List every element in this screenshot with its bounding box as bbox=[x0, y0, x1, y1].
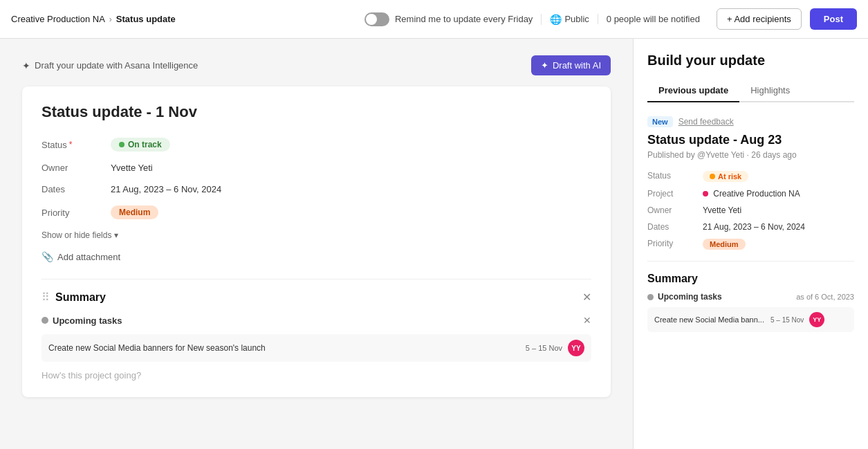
summary-section-title: Summary bbox=[55, 291, 577, 304]
prev-project-value: Creative Production NA bbox=[703, 189, 800, 199]
draft-ai-label: Draft with AI bbox=[553, 60, 601, 71]
add-attachment-button[interactable]: 📎 Add attachment bbox=[41, 251, 591, 262]
task-date: 5 – 15 Nov bbox=[526, 344, 562, 352]
prev-owner-row: Owner Yvette Yeti bbox=[647, 205, 854, 215]
right-upcoming-tasks-subsection: Upcoming tasks as of 6 Oct, 2023 bbox=[647, 292, 854, 302]
update-title-input[interactable] bbox=[41, 103, 591, 121]
right-task-text: Create new Social Media bann... bbox=[654, 315, 765, 324]
send-feedback-link[interactable]: Send feedback bbox=[678, 117, 734, 127]
right-panel-title: Build your update bbox=[647, 53, 854, 68]
orange-dot bbox=[710, 174, 715, 179]
ai-sparkle-icon: ✦ bbox=[22, 60, 30, 71]
tab-previous-update[interactable]: Previous update bbox=[647, 80, 739, 102]
new-badge: New bbox=[647, 116, 673, 127]
prev-status-row: Status At risk bbox=[647, 171, 854, 182]
status-badge[interactable]: On track bbox=[111, 138, 170, 152]
post-button[interactable]: Post bbox=[810, 8, 857, 30]
drag-handle-icon[interactable]: ⠿ bbox=[41, 291, 50, 304]
priority-label: Priority bbox=[41, 208, 111, 218]
project-dot-icon bbox=[703, 191, 708, 196]
prev-owner-label: Owner bbox=[647, 205, 703, 215]
right-task-avatar: YY bbox=[809, 312, 824, 327]
globe-icon: 🌐 bbox=[550, 14, 562, 25]
prev-project-label: Project bbox=[647, 189, 703, 199]
breadcrumb-chevron: › bbox=[109, 15, 112, 24]
required-star: * bbox=[69, 140, 73, 149]
add-recipients-label: + Add recipients bbox=[727, 14, 791, 24]
draft-with-ai-button[interactable]: ✦ Draft with AI bbox=[531, 55, 611, 75]
prev-owner-value: Yvette Yeti bbox=[703, 205, 741, 215]
dates-field-row: Dates 21 Aug, 2023 – 6 Nov, 2024 bbox=[41, 184, 591, 194]
owner-label: Owner bbox=[41, 163, 111, 173]
prev-priority-label: Priority bbox=[647, 239, 703, 248]
tab-highlights[interactable]: Highlights bbox=[739, 80, 801, 102]
gray-dot-icon bbox=[41, 317, 48, 324]
status-label: Status * bbox=[41, 140, 111, 150]
prev-dates-value: 21 Aug, 2023 – 6 Nov, 2024 bbox=[703, 222, 805, 232]
paperclip-icon: 📎 bbox=[41, 251, 53, 262]
prev-dates-label: Dates bbox=[647, 222, 703, 232]
section-close-button[interactable]: ✕ bbox=[582, 291, 591, 304]
right-task-date: 5 – 15 Nov bbox=[770, 316, 804, 324]
post-label: Post bbox=[824, 14, 843, 24]
prev-status-label: Status bbox=[647, 171, 703, 181]
task-row: Create new Social Media banners for New … bbox=[41, 334, 591, 362]
task-avatar: YY bbox=[568, 340, 584, 356]
prev-priority-row: Priority Medium bbox=[647, 239, 854, 250]
at-risk-value: At risk bbox=[718, 172, 741, 181]
at-risk-badge: At risk bbox=[703, 171, 748, 182]
tabs: Previous update Highlights bbox=[647, 80, 854, 102]
divider bbox=[41, 279, 591, 280]
show-hide-fields-toggle[interactable]: Show or hide fields ▾ bbox=[41, 230, 591, 240]
right-upcoming-tasks-date: as of 6 Oct, 2023 bbox=[796, 293, 854, 301]
status-value: On track bbox=[128, 140, 162, 149]
remind-toggle[interactable] bbox=[364, 12, 389, 26]
right-panel: Build your update Previous update Highli… bbox=[633, 39, 868, 449]
draft-ai-icon: ✦ bbox=[541, 60, 548, 71]
priority-badge[interactable]: Medium bbox=[111, 205, 158, 219]
update-card: Status * On track Owner Yvette Yeti Date… bbox=[22, 86, 611, 397]
right-upcoming-tasks-label: Upcoming tasks bbox=[658, 292, 792, 302]
right-task-row: Create new Social Media bann... 5 – 15 N… bbox=[647, 307, 854, 332]
breadcrumb: Creative Production NA › Status update bbox=[11, 14, 176, 24]
ai-draft-label: ✦ Draft your update with Asana Intellige… bbox=[22, 60, 198, 71]
summary-section: ⠿ Summary ✕ Upcoming tasks ✕ Create new … bbox=[41, 291, 591, 381]
prev-project-row: Project Creative Production NA bbox=[647, 189, 854, 199]
upcoming-tasks-title: Upcoming tasks bbox=[53, 315, 579, 326]
show-hide-label: Show or hide fields bbox=[41, 230, 111, 240]
section-header: ⠿ Summary ✕ bbox=[41, 291, 591, 304]
chevron-down-icon: ▾ bbox=[114, 230, 118, 240]
prev-priority-badge: Medium bbox=[703, 239, 746, 250]
task-text: Create new Social Media banners for New … bbox=[48, 343, 520, 353]
upcoming-tasks-subsection: Upcoming tasks ✕ bbox=[41, 312, 591, 329]
main-layout: ✦ Draft your update with Asana Intellige… bbox=[0, 39, 868, 449]
right-divider bbox=[647, 261, 854, 262]
right-summary-title: Summary bbox=[647, 273, 854, 285]
status-field-row: Status * On track bbox=[41, 138, 591, 152]
toggle-knob bbox=[366, 14, 377, 25]
topbar: Creative Production NA › Status update R… bbox=[0, 0, 868, 39]
notified-group: 0 people will be notified bbox=[598, 14, 708, 24]
project-name-link[interactable]: Creative Production NA bbox=[11, 14, 105, 24]
add-recipients-button[interactable]: + Add recipients bbox=[717, 8, 802, 30]
visibility-group: 🌐 Public bbox=[541, 14, 589, 25]
notified-label: 0 people will be notified bbox=[607, 14, 700, 24]
right-gray-dot bbox=[647, 294, 654, 300]
priority-field-row: Priority Medium bbox=[41, 205, 591, 219]
dates-label: Dates bbox=[41, 184, 111, 194]
how-going-placeholder[interactable]: How's this project going? bbox=[41, 370, 591, 381]
prev-update-subtitle: Published by @Yvette Yeti · 26 days ago bbox=[647, 150, 854, 160]
subsection-close-button[interactable]: ✕ bbox=[583, 315, 591, 326]
prev-update-meta: New Send feedback bbox=[647, 116, 854, 127]
remind-toggle-group: Remind me to update every Friday bbox=[364, 12, 533, 26]
prev-dates-row: Dates 21 Aug, 2023 – 6 Nov, 2024 bbox=[647, 222, 854, 232]
prev-update-title: Status update - Aug 23 bbox=[647, 133, 854, 147]
remind-label: Remind me to update every Friday bbox=[395, 14, 533, 24]
add-attachment-label: Add attachment bbox=[57, 252, 120, 262]
owner-field-row: Owner Yvette Yeti bbox=[41, 163, 591, 173]
ai-draft-text: Draft your update with Asana Intelligenc… bbox=[35, 60, 198, 71]
editor-panel: ✦ Draft your update with Asana Intellige… bbox=[0, 39, 633, 449]
owner-value[interactable]: Yvette Yeti bbox=[111, 163, 153, 173]
status-dot bbox=[119, 142, 124, 147]
visibility-label: Public bbox=[564, 14, 589, 24]
